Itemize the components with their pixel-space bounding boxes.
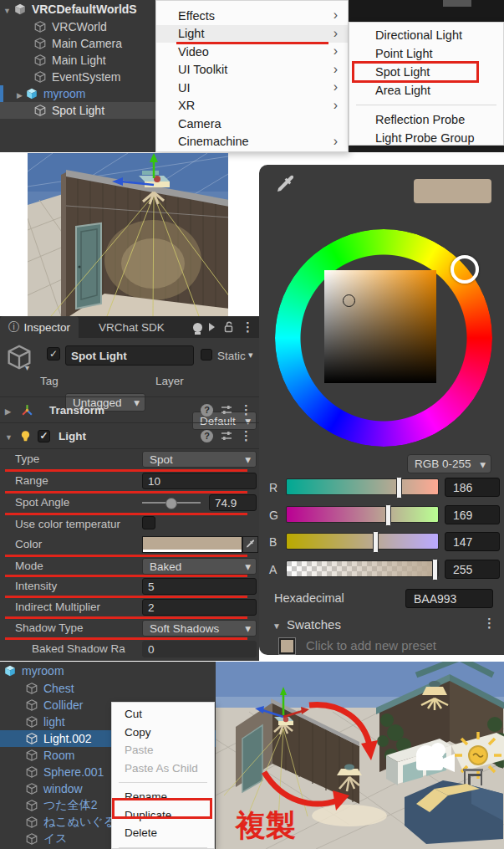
slider-label-g: G: [269, 509, 283, 522]
help-icon[interactable]: ?: [201, 430, 213, 442]
mode-dropdown[interactable]: Baked: [142, 558, 257, 575]
type-dropdown[interactable]: Spot: [142, 451, 257, 468]
spot-angle-slider-handle[interactable]: [165, 498, 177, 509]
indirect-multiplier-field[interactable]: [142, 599, 257, 616]
baked-shadow-radius-field[interactable]: [142, 641, 257, 657]
slider-handle[interactable]: [373, 531, 379, 553]
kebab-menu-icon[interactable]: [240, 402, 252, 417]
chevron-down-icon[interactable]: [3, 3, 13, 16]
kebab-menu-icon[interactable]: [240, 428, 252, 443]
cube-icon: [33, 54, 47, 67]
green-slider[interactable]: [286, 506, 439, 523]
kebab-menu-icon[interactable]: [242, 320, 254, 335]
hierarchy-item-vrcworld[interactable]: VRCWorld: [0, 18, 155, 35]
slider-handle[interactable]: [385, 504, 391, 526]
hierarchy-item-main-camera[interactable]: Main Camera: [0, 35, 155, 52]
submenu-item-area-light[interactable]: Area Light: [349, 81, 503, 100]
saturation-value-handle[interactable]: [343, 294, 355, 307]
submenu-item-point-light[interactable]: Point Light: [349, 44, 503, 63]
hierarchy-item-main-light[interactable]: Main Light: [0, 52, 155, 69]
hierarchy-root-row[interactable]: VRCDefaultWorldS: [0, 0, 155, 18]
green-value-field[interactable]: [445, 505, 500, 524]
color-temperature-checkbox[interactable]: [142, 516, 155, 529]
hierarchy-item-spot-light[interactable]: Spot Light: [0, 102, 155, 119]
menu-item-ui[interactable]: UI: [156, 79, 348, 97]
red-value-field[interactable]: [445, 478, 500, 497]
range-field[interactable]: [142, 473, 257, 489]
cube-icon: [25, 682, 38, 695]
submenu-item-directional-light[interactable]: Directional Light: [349, 26, 503, 44]
hierarchy-item-myroom[interactable]: myroom: [0, 85, 155, 102]
menu-item-cinemachine[interactable]: Cinemachine: [156, 133, 348, 151]
play-icon[interactable]: [209, 323, 215, 331]
add-preset-swatch[interactable]: [279, 638, 295, 654]
blue-slider[interactable]: [286, 533, 439, 550]
menu-item-video[interactable]: Video: [156, 43, 348, 61]
static-label: Static: [217, 350, 246, 362]
slider-label-b: B: [269, 535, 283, 549]
component-enabled-checkbox[interactable]: [38, 430, 50, 442]
cube-icon: [25, 832, 38, 846]
context-item-paste: Paste: [112, 741, 214, 759]
light-bulb-icon: [18, 429, 33, 443]
alpha-value-field[interactable]: [445, 560, 500, 579]
color-mode-dropdown[interactable]: RGB 0-255: [407, 454, 491, 473]
preset-icon[interactable]: [220, 403, 233, 417]
inspector-panel: Inspector VRChat SDK ▾ Static ▾ Tag Unta…: [0, 316, 259, 661]
red-slider[interactable]: [286, 478, 439, 495]
light-component-header[interactable]: Light ?: [0, 422, 259, 449]
lock-icon[interactable]: [221, 320, 235, 334]
submenu-item-light-probe-group[interactable]: Light Probe Group: [349, 129, 503, 147]
context-item-delete[interactable]: Delete: [112, 824, 214, 842]
add-preset-hint[interactable]: Click to add new preset: [306, 638, 436, 652]
static-checkbox[interactable]: [201, 349, 212, 361]
wall-left-edge: [61, 172, 66, 316]
slider-handle[interactable]: [396, 477, 402, 499]
static-dropdown-arrow[interactable]: ▾: [248, 350, 253, 361]
light-color-swatch[interactable]: [142, 536, 242, 553]
eyedropper-button[interactable]: [242, 536, 258, 553]
kebab-menu-icon[interactable]: [483, 616, 496, 631]
hierarchy-item-myroom-root[interactable]: myroom: [0, 662, 216, 680]
submenu-item-reflection-probe[interactable]: Reflection Probe: [349, 110, 503, 129]
transform-component-header[interactable]: Transform ?: [0, 396, 259, 423]
chevron-down-icon[interactable]: [5, 430, 15, 442]
hierarchy-item-eventsystem[interactable]: EventSystem: [0, 69, 155, 85]
scene-view-bottom[interactable]: 複製: [216, 662, 504, 849]
cube-icon: [33, 70, 47, 84]
hexadecimal-field[interactable]: [405, 589, 493, 608]
debug-icon[interactable]: [193, 323, 202, 332]
hue-ring-handle[interactable]: [451, 255, 479, 284]
chevron-right-icon[interactable]: [5, 404, 13, 417]
chevron-right-icon[interactable]: [17, 87, 25, 100]
slider-handle[interactable]: [432, 559, 438, 580]
row-spot-angle: Spot Angle: [0, 493, 259, 513]
hierarchy-item-chest[interactable]: Chest: [0, 680, 216, 697]
menu-item-effects[interactable]: Effects: [156, 7, 348, 25]
chevron-down-icon[interactable]: ▾: [25, 363, 29, 372]
context-item-copy[interactable]: Copy: [112, 724, 214, 742]
cube-icon: [25, 782, 38, 795]
context-item-cut[interactable]: Cut: [112, 705, 214, 724]
menu-item-xr[interactable]: XR: [156, 97, 348, 115]
swatches-foldout[interactable]: Swatches: [272, 617, 341, 632]
menu-item-ui-toolkit[interactable]: UI Toolkit: [156, 61, 348, 79]
spot-angle-field[interactable]: [209, 494, 257, 511]
help-icon[interactable]: ?: [201, 404, 213, 417]
eyedropper-icon[interactable]: [274, 173, 297, 196]
menu-item-light[interactable]: Light: [156, 25, 348, 43]
tab-inspector[interactable]: Inspector: [0, 316, 79, 338]
menu-item-camera[interactable]: Camera: [156, 115, 348, 133]
scene-view-top[interactable]: [28, 153, 228, 316]
tab-vrchat-sdk[interactable]: VRChat SDK: [90, 316, 173, 338]
object-name-field[interactable]: [65, 345, 194, 366]
red-box-annotation: [112, 798, 212, 819]
alpha-slider[interactable]: [286, 560, 439, 577]
active-checkbox[interactable]: [47, 347, 60, 361]
preset-icon[interactable]: [220, 429, 233, 442]
slider-label-a: A: [269, 563, 283, 576]
saturation-value-box[interactable]: [324, 270, 436, 383]
intensity-field[interactable]: [142, 578, 257, 595]
shadow-type-dropdown[interactable]: Soft Shadows: [142, 620, 257, 637]
blue-value-field[interactable]: [445, 532, 500, 551]
